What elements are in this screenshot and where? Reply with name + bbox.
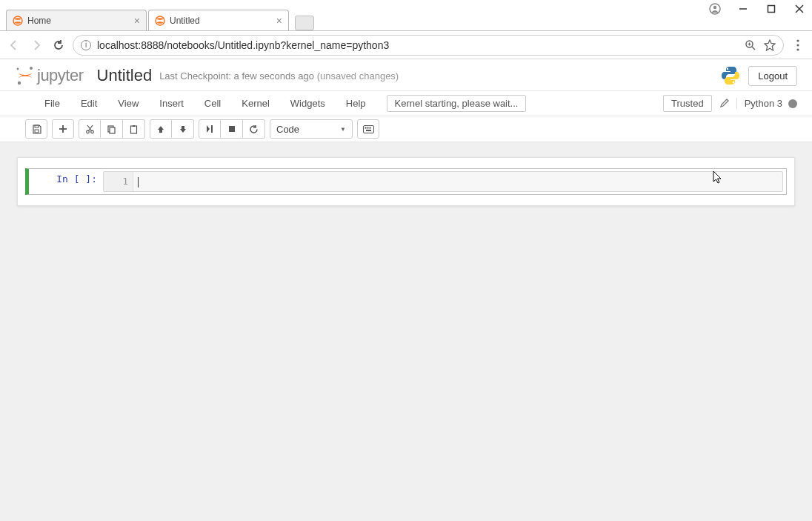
trusted-indicator[interactable]: Trusted (663, 95, 712, 112)
svg-point-17 (796, 44, 799, 46)
svg-point-19 (30, 67, 33, 70)
checkpoint-prefix: Last Checkpoint: (159, 70, 233, 82)
jupyter-header: jupyter Untitled Last Checkpoint: a few … (0, 59, 812, 91)
restart-button[interactable] (243, 119, 265, 139)
svg-rect-24 (35, 125, 39, 127)
notebook-name[interactable]: Untitled (97, 66, 153, 85)
jupyter-logo[interactable]: jupyter (15, 65, 84, 86)
edit-icon[interactable] (719, 99, 729, 108)
browser-tabstrip: Home × Untitled × (0, 18, 812, 31)
copy-button[interactable] (101, 119, 123, 139)
svg-line-13 (752, 47, 755, 50)
jupyter-toolbar: Code (0, 116, 812, 142)
url-text: localhost:8888/notebooks/Untitled.ipynb?… (97, 39, 389, 51)
close-icon[interactable] (793, 2, 806, 16)
paste-button[interactable] (123, 119, 145, 139)
checkpoint-status: Last Checkpoint: a few seconds ago (unsa… (159, 70, 399, 82)
menu-edit[interactable]: Edit (70, 93, 107, 113)
chrome-menu-icon[interactable] (790, 37, 806, 53)
tab-title: Untitled (170, 16, 200, 26)
code-input[interactable] (133, 172, 782, 191)
checkpoint-time: a few seconds ago (234, 70, 314, 82)
cell-prompt: In [ ]: (29, 169, 103, 194)
svg-point-1 (713, 6, 716, 9)
move-down-button[interactable] (172, 119, 194, 139)
run-button[interactable] (199, 119, 221, 139)
menu-file[interactable]: File (34, 93, 70, 113)
bookmark-star-icon[interactable] (764, 39, 776, 51)
cell-input-area[interactable]: 1 (103, 171, 783, 192)
svg-point-7 (15, 18, 21, 20)
kernel-status-message: Kernel starting, please wait... (387, 95, 527, 112)
kernel-name: Python 3 (745, 98, 782, 109)
maximize-icon[interactable] (765, 2, 778, 16)
forward-button[interactable] (28, 37, 44, 53)
cell-type-select[interactable]: Code (270, 119, 353, 139)
move-up-button[interactable] (150, 119, 172, 139)
tab-close-icon[interactable]: × (134, 15, 140, 27)
svg-rect-35 (133, 125, 135, 127)
site-info-icon[interactable]: i (81, 40, 91, 50)
svg-rect-41 (369, 127, 370, 128)
reload-button[interactable] (50, 37, 67, 53)
svg-point-11 (157, 21, 163, 24)
logout-button[interactable]: Logout (748, 66, 797, 86)
cut-button[interactable] (79, 119, 101, 139)
menu-widgets[interactable]: Widgets (280, 93, 336, 113)
svg-rect-33 (110, 127, 115, 133)
new-tab-button[interactable] (295, 16, 314, 30)
checkpoint-unsaved: (unsaved changes) (317, 70, 399, 82)
save-button[interactable] (25, 119, 47, 139)
menu-cell[interactable]: Cell (194, 93, 231, 113)
tab-title: Home (27, 16, 51, 26)
menu-kernel[interactable]: Kernel (231, 93, 280, 113)
command-palette-button[interactable] (357, 119, 379, 139)
user-account-icon[interactable] (708, 2, 722, 16)
menu-help[interactable]: Help (336, 93, 376, 113)
jupyter-favicon (13, 16, 23, 26)
url-input[interactable]: i localhost:8888/notebooks/Untitled.ipyn… (73, 35, 784, 56)
interrupt-button[interactable] (221, 119, 243, 139)
insert-cell-button[interactable] (52, 119, 74, 139)
svg-rect-3 (768, 6, 775, 13)
cell-type-value: Code (276, 124, 299, 135)
jupyter-logo-text: jupyter (37, 66, 84, 85)
svg-point-16 (796, 39, 799, 42)
svg-rect-38 (363, 125, 373, 133)
browser-tab-home[interactable]: Home × (6, 10, 147, 30)
line-number: 1 (104, 172, 133, 191)
svg-rect-25 (35, 130, 39, 133)
kernel-indicator: Python 3 (736, 98, 797, 109)
jupyter-menubar: File Edit View Insert Cell Kernel Widget… (0, 91, 812, 116)
browser-addressbar: i localhost:8888/notebooks/Untitled.ipyn… (0, 31, 812, 59)
svg-point-18 (796, 48, 799, 50)
svg-point-8 (15, 21, 21, 24)
code-cell[interactable]: In [ ]: 1 (25, 168, 787, 195)
tab-close-icon[interactable]: × (276, 15, 282, 27)
menu-view[interactable]: View (107, 93, 149, 113)
svg-point-23 (733, 82, 734, 83)
text-cursor (138, 177, 139, 188)
svg-point-20 (18, 82, 21, 84)
svg-rect-37 (229, 126, 235, 132)
svg-rect-36 (211, 125, 213, 133)
svg-point-28 (86, 130, 89, 133)
svg-point-9 (156, 16, 164, 25)
svg-rect-34 (131, 126, 137, 133)
notebook-container: In [ ]: 1 (17, 157, 795, 206)
svg-point-6 (13, 16, 22, 25)
kernel-busy-icon (788, 99, 797, 108)
minimize-icon[interactable] (736, 2, 750, 16)
jupyter-logo-icon (15, 65, 36, 86)
svg-point-29 (90, 130, 93, 133)
zoom-icon[interactable] (745, 39, 756, 51)
svg-rect-42 (366, 130, 371, 131)
menu-insert[interactable]: Insert (149, 93, 194, 113)
svg-rect-40 (367, 127, 368, 128)
back-button[interactable] (6, 37, 22, 53)
svg-point-10 (157, 18, 163, 20)
python-logo-icon (720, 65, 741, 86)
svg-rect-39 (365, 127, 366, 128)
svg-point-22 (727, 68, 728, 70)
browser-tab-untitled[interactable]: Untitled × (148, 10, 289, 30)
